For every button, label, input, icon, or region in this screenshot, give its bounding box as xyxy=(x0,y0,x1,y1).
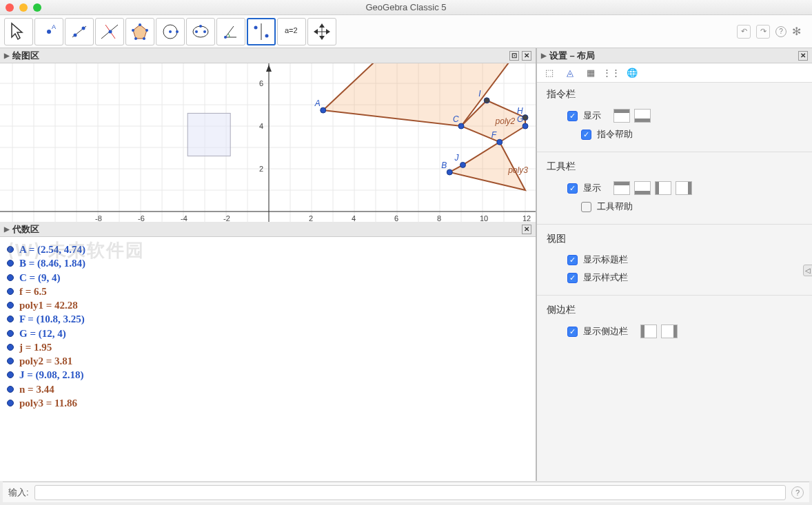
close-window-icon[interactable] xyxy=(6,3,14,12)
titlebar-label: 显示标题栏 xyxy=(583,254,628,266)
algebra-item[interactable]: poly1 = 42.28 xyxy=(7,298,529,312)
visibility-dot-icon[interactable] xyxy=(7,371,14,378)
help-icon[interactable]: ? xyxy=(775,26,786,37)
visibility-dot-icon[interactable] xyxy=(7,260,14,267)
sidebar-collapse-tab[interactable]: ◁ xyxy=(803,265,812,276)
pos-north-button[interactable] xyxy=(613,181,630,195)
zoom-window-icon[interactable] xyxy=(33,3,41,12)
visibility-dot-icon[interactable] xyxy=(7,274,14,281)
algebra-item[interactable]: poly3 = 11.86 xyxy=(7,396,529,410)
settings-stylebar: ⬚ ◬ ▦ ⋮⋮ 🌐 xyxy=(537,63,812,83)
graphics-panel-header[interactable]: ▶ 绘图区 ⊡ ✕ xyxy=(0,48,536,63)
advanced-icon[interactable]: ⋮⋮ xyxy=(605,66,618,80)
algebra-item[interactable]: C = (9, 4) xyxy=(7,271,529,285)
svg-text:-2: -2 xyxy=(223,214,230,222)
visibility-dot-icon[interactable] xyxy=(7,330,14,337)
show-titlebar-checkbox[interactable]: ✓ xyxy=(567,255,578,265)
pos-bottom-button[interactable] xyxy=(634,109,651,123)
preferences-icon[interactable]: ✻ xyxy=(792,25,801,38)
input-label: 输入: xyxy=(8,486,29,499)
show-label: 显示 xyxy=(583,182,601,194)
close-panel-icon[interactable]: ✕ xyxy=(798,51,808,61)
close-panel-icon[interactable]: ✕ xyxy=(522,225,531,234)
show-sidebar-checkbox[interactable]: ✓ xyxy=(567,327,578,337)
svg-text:H: H xyxy=(517,106,523,116)
graphics-view[interactable]: -8-6-4-224681012246poly1poly2poly3ABCFGH… xyxy=(0,63,536,222)
algebra-view[interactable]: ⟨W⟩ 未来软件园 A = (2.54, 4.74)B = (8.46, 1.8… xyxy=(0,237,536,481)
svg-text:-8: -8 xyxy=(95,214,102,222)
visibility-dot-icon[interactable] xyxy=(7,316,14,322)
algebra-item[interactable]: G = (12, 4) xyxy=(7,327,529,340)
svg-point-87 xyxy=(447,169,452,175)
layout-icon[interactable]: ▦ xyxy=(584,66,598,80)
tool-angle[interactable] xyxy=(216,18,245,45)
tool-perpendicular[interactable] xyxy=(95,18,124,45)
minimize-window-icon[interactable] xyxy=(19,3,28,12)
toolbar-help-checkbox[interactable] xyxy=(581,202,591,212)
tool-move[interactable] xyxy=(4,18,33,45)
algebra-item[interactable]: j = 1.95 xyxy=(7,340,529,354)
prefs-icon[interactable]: ◬ xyxy=(563,66,577,80)
tool-line[interactable] xyxy=(65,18,94,45)
tool-point[interactable]: A xyxy=(34,18,63,45)
tool-polygon[interactable] xyxy=(125,18,154,45)
defaults-icon[interactable]: ⬚ xyxy=(542,66,556,80)
tool-circle[interactable] xyxy=(156,18,185,45)
svg-point-24 xyxy=(265,34,269,37)
svg-point-11 xyxy=(143,37,145,40)
tool-move-view[interactable] xyxy=(307,18,336,45)
algebra-item[interactable]: J = (9.08, 2.18) xyxy=(7,368,529,382)
section-sidebar: 侧边栏 xyxy=(547,304,802,316)
visibility-dot-icon[interactable] xyxy=(7,386,14,393)
svg-text:-6: -6 xyxy=(138,214,145,222)
svg-point-9 xyxy=(139,23,141,26)
redo-button[interactable]: ↷ xyxy=(756,25,770,39)
visibility-dot-icon[interactable] xyxy=(7,302,14,309)
window-title: GeoGebra Classic 5 xyxy=(365,2,446,12)
show-toolbar-checkbox[interactable]: ✓ xyxy=(567,183,578,194)
visibility-dot-icon[interactable] xyxy=(7,358,14,364)
tool-slider[interactable]: a=2 xyxy=(277,18,306,45)
tool-reflect[interactable] xyxy=(247,18,276,45)
visibility-dot-icon[interactable] xyxy=(7,246,14,253)
svg-point-13 xyxy=(132,29,134,32)
sidebar-west-button[interactable] xyxy=(640,324,657,338)
svg-point-91 xyxy=(497,139,503,145)
algebra-item[interactable]: F = (10.8, 3.25) xyxy=(7,312,529,326)
svg-text:6: 6 xyxy=(259,79,263,87)
algebra-item[interactable]: poly2 = 3.81 xyxy=(7,354,529,368)
pos-top-button[interactable] xyxy=(613,109,630,123)
svg-point-0 xyxy=(47,30,51,34)
visibility-dot-icon[interactable] xyxy=(7,344,14,351)
toolbar: A a=2 ↶ ↷ ? ✻ xyxy=(0,15,812,48)
input-help-icon[interactable]: ? xyxy=(791,486,804,499)
pos-south-button[interactable] xyxy=(634,181,651,195)
svg-point-89 xyxy=(458,123,464,129)
input-help-label: 指令帮助 xyxy=(597,128,633,141)
algebra-item[interactable]: A = (2.54, 4.74) xyxy=(7,243,529,256)
detach-icon[interactable]: ⊡ xyxy=(509,51,519,61)
algebra-text: poly3 = 11.86 xyxy=(19,396,77,410)
show-stylebar-checkbox[interactable]: ✓ xyxy=(567,273,578,283)
algebra-item[interactable]: f = 6.5 xyxy=(7,285,529,298)
visibility-dot-icon[interactable] xyxy=(7,400,14,406)
visibility-dot-icon[interactable] xyxy=(7,288,14,295)
algebra-item[interactable]: n = 3.44 xyxy=(7,382,529,396)
sidebar-east-button[interactable] xyxy=(661,324,678,338)
input-help-checkbox[interactable]: ✓ xyxy=(581,130,591,140)
svg-text:2: 2 xyxy=(259,165,263,173)
close-panel-icon[interactable]: ✕ xyxy=(522,51,531,61)
pos-east-button[interactable] xyxy=(676,181,692,195)
tool-ellipse[interactable] xyxy=(186,18,215,45)
pos-west-button[interactable] xyxy=(655,181,671,195)
svg-text:2: 2 xyxy=(309,214,313,222)
globe-icon[interactable]: 🌐 xyxy=(625,66,639,80)
svg-text:G: G xyxy=(517,114,523,124)
undo-button[interactable]: ↶ xyxy=(737,25,751,39)
settings-header[interactable]: ▶ 设置 – 布局 ✕ xyxy=(537,48,812,63)
command-input[interactable] xyxy=(34,485,786,500)
show-inputbar-checkbox[interactable]: ✓ xyxy=(567,111,578,121)
algebra-panel-header[interactable]: ▶ 代数区 ✕ xyxy=(0,222,536,237)
svg-point-4 xyxy=(82,26,85,30)
algebra-item[interactable]: B = (8.46, 1.84) xyxy=(7,256,529,270)
